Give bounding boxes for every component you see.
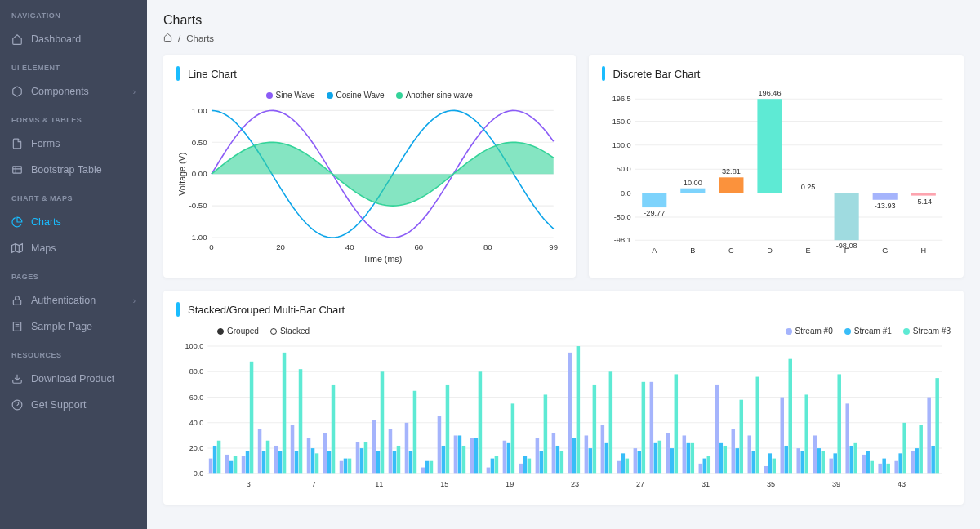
svg-text:40.0: 40.0 <box>189 419 204 427</box>
svg-text:10.00: 10.00 <box>683 179 702 187</box>
multi-bar-chart-card: Stacked/Grouped Multi-Bar Chart Grouped … <box>163 291 964 505</box>
legend-item[interactable]: Stream #3 <box>903 327 951 336</box>
legend-item[interactable]: Stream #1 <box>844 327 892 336</box>
sidebar-item-components[interactable]: Components › <box>0 78 147 104</box>
breadcrumb: / Charts <box>163 33 964 43</box>
sidebar-item-forms[interactable]: Forms <box>0 131 147 157</box>
svg-rect-155 <box>642 382 645 474</box>
sidebar-item-download-product[interactable]: Download Product <box>0 366 147 392</box>
svg-rect-191 <box>837 375 840 474</box>
svg-rect-143 <box>577 346 580 473</box>
bar-mode-toggle[interactable]: Grouped Stacked <box>217 327 310 336</box>
svg-rect-119 <box>446 385 449 473</box>
sidebar-item-bootstrap-table[interactable]: Bootstrap Table <box>0 157 147 183</box>
svg-rect-91 <box>295 451 298 474</box>
box-icon <box>11 86 23 97</box>
svg-rect-206 <box>919 425 922 473</box>
sidebar-item-sample-page[interactable]: Sample Page <box>0 313 147 340</box>
svg-text:39: 39 <box>832 481 840 489</box>
svg-rect-131 <box>511 404 514 474</box>
svg-rect-110 <box>397 446 400 473</box>
svg-rect-99 <box>340 461 343 474</box>
svg-rect-57 <box>872 193 897 200</box>
sidebar-item-label: Authentication <box>31 295 96 306</box>
svg-rect-98 <box>332 385 335 473</box>
svg-rect-83 <box>250 362 253 474</box>
svg-text:-13.93: -13.93 <box>874 202 895 210</box>
section-label: UI ELEMENT <box>0 52 147 78</box>
svg-text:99: 99 <box>549 242 558 251</box>
svg-rect-149 <box>609 372 612 474</box>
svg-rect-127 <box>491 459 494 474</box>
chevron-right-icon: › <box>133 296 136 305</box>
sidebar-item-authentication[interactable]: Authentication › <box>0 287 147 313</box>
svg-rect-196 <box>866 451 869 474</box>
svg-rect-169 <box>719 443 723 474</box>
svg-text:7: 7 <box>312 481 316 489</box>
svg-text:-29.77: -29.77 <box>644 209 665 217</box>
svg-rect-100 <box>344 459 347 474</box>
svg-rect-115 <box>425 461 429 474</box>
svg-text:196.5: 196.5 <box>612 95 630 103</box>
svg-rect-205 <box>915 448 918 473</box>
grouped-radio[interactable]: Grouped <box>217 327 259 336</box>
svg-rect-166 <box>703 459 706 474</box>
sidebar-item-get-support[interactable]: Get Support <box>0 392 147 418</box>
svg-rect-122 <box>462 446 466 473</box>
svg-text:F: F <box>844 247 849 255</box>
svg-rect-167 <box>707 456 710 474</box>
sidebar-item-maps[interactable]: Maps <box>0 235 147 261</box>
svg-rect-137 <box>544 395 547 474</box>
sidebar-item-charts[interactable]: Charts <box>0 209 147 235</box>
svg-rect-81 <box>242 456 245 474</box>
sidebar-item-label: Charts <box>31 216 61 228</box>
svg-rect-89 <box>283 353 286 474</box>
svg-text:B: B <box>690 247 695 255</box>
svg-rect-121 <box>458 436 461 474</box>
svg-rect-153 <box>634 448 637 473</box>
legend-item[interactable]: Another sine wave <box>396 91 473 100</box>
svg-rect-112 <box>409 451 412 474</box>
svg-text:40: 40 <box>345 242 354 251</box>
svg-text:60.0: 60.0 <box>189 393 204 402</box>
svg-text:31: 31 <box>702 481 710 489</box>
legend-item[interactable]: Stream #0 <box>786 327 833 336</box>
svg-rect-148 <box>605 443 608 474</box>
line-chart-card: Line Chart Sine WaveCosine WaveAnother s… <box>163 55 576 278</box>
svg-rect-120 <box>454 436 457 474</box>
svg-rect-117 <box>438 416 441 473</box>
legend-item[interactable]: Sine Wave <box>266 91 315 100</box>
svg-rect-126 <box>487 468 490 474</box>
svg-text:11: 11 <box>375 481 383 489</box>
svg-rect-42 <box>680 189 705 193</box>
svg-rect-183 <box>796 448 800 473</box>
legend-item[interactable]: Cosine Wave <box>327 91 385 100</box>
multi-chart-legend: Stream #0Stream #1Stream #3 <box>310 327 951 336</box>
svg-rect-199 <box>882 459 885 474</box>
home-icon[interactable] <box>163 33 172 43</box>
svg-rect-39 <box>642 193 666 207</box>
svg-rect-128 <box>495 456 498 474</box>
bar-chart: -98.1-50.00.050.0100.0150.0196.5-29.77A1… <box>602 91 951 260</box>
sidebar-item-label: Forms <box>31 138 60 149</box>
svg-rect-171 <box>732 429 735 474</box>
svg-rect-114 <box>421 468 425 474</box>
svg-rect-76 <box>213 446 216 473</box>
svg-rect-188 <box>821 451 824 474</box>
svg-rect-164 <box>691 443 694 474</box>
table-icon <box>11 164 23 176</box>
stacked-radio[interactable]: Stacked <box>270 327 310 336</box>
svg-rect-195 <box>862 455 865 473</box>
svg-rect-180 <box>781 398 784 474</box>
svg-text:0.50: 0.50 <box>192 138 207 147</box>
section-label: FORMS & TABLES <box>0 104 147 131</box>
svg-text:-98.1: -98.1 <box>613 236 630 244</box>
line-chart: -1.00-0.500.000.501.0002040608099Time (m… <box>176 106 563 266</box>
sidebar-item-dashboard[interactable]: Dashboard <box>0 26 147 52</box>
pie-icon <box>11 216 23 228</box>
page-title: Charts <box>163 13 964 28</box>
svg-text:20.0: 20.0 <box>189 444 204 452</box>
svg-rect-60 <box>911 193 935 196</box>
svg-rect-151 <box>621 454 625 474</box>
svg-rect-124 <box>474 438 478 474</box>
